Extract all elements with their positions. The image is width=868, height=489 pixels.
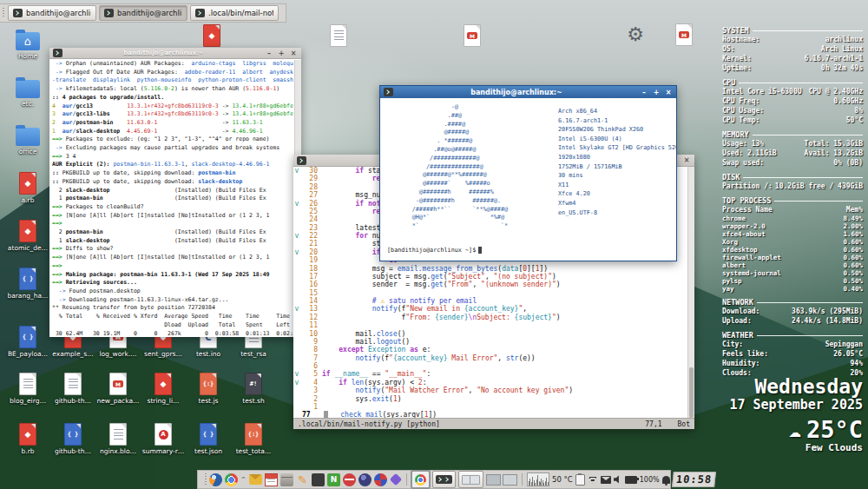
desktop-icon[interactable]: string_li… [141,373,186,405]
desktop-icon[interactable] [613,23,658,46]
desktop-icon[interactable] [450,24,495,47]
panel-grip[interactable] [205,473,207,486]
conky-section-title: CPU [722,78,863,87]
json-blue-icon [19,268,36,290]
desktop-icon[interactable]: test_tota… [231,423,276,455]
volume-icon[interactable] [614,475,622,484]
mail-icon[interactable] [249,474,262,485]
workspace-2[interactable] [503,474,517,486]
window-button-app-group[interactable] [458,471,483,488]
window-button-terminal-group[interactable] [432,471,456,488]
desktop-icon[interactable]: new_packa… [95,373,141,405]
ruby-icon [19,172,36,195]
desktop-icon[interactable]: github-th… [50,373,95,405]
desktop-icon[interactable]: office [5,124,50,155]
window-button-chrome[interactable] [411,471,430,488]
notification-bell-icon[interactable] [662,476,670,484]
statusline-ruler: 77,1 [645,420,661,428]
desktop-icon-label: nginx.blo… [100,447,136,455]
conky-row: xfdesktop0.60% [722,246,863,254]
minimize-button[interactable]: – [265,50,273,57]
terminal-window-neofetch[interactable]: bandithijo@archlinux:~ – + × -@ .##@ .##… [379,85,677,261]
calendar-icon[interactable] [265,473,278,486]
conky-row: wrapper-2.02.00% [722,222,863,230]
desktop-icon[interactable]: nginx.blo… [95,423,141,455]
conky-row: Intel Core i5-6300UCPU @ 2.40GHz [722,87,863,96]
desktop-icon[interactable]: b.rb [5,423,50,455]
desktop-icon[interactable]: test.sh [231,373,276,405]
desktop-icon[interactable]: test.json [186,423,231,455]
maximize-button[interactable]: + [652,89,661,96]
neofetch-info-list: Arch x86_646.16.7-arch1-120F5S0W206 Thin… [558,107,676,217]
window-list-label: .local/bin/mail-not… [208,9,273,17]
desktop-icon[interactable]: Home [5,29,50,60]
terminal-line: ==> Making package: postman-bin 11.63.3-… [52,271,293,280]
battery-icon[interactable] [625,476,637,484]
neofetch-info-line: 30 mins [558,171,676,181]
window-list-button[interactable]: .local/bin/mail-not… [190,5,279,21]
window-icon [470,475,480,485]
shell-prompt[interactable]: [bandithijo@archlinux ~]$ [387,247,482,254]
window-list-button[interactable]: bandithijo@archlinu… [8,5,96,21]
terminal-window-aur-update[interactable]: bandithijo@archlinux:~ – + × -> Orphan (… [49,48,301,337]
workspace-1[interactable] [486,474,501,486]
desktop-icon[interactable] [189,24,234,47]
desktop-icon[interactable] [316,24,361,47]
close-button[interactable]: × [289,50,298,57]
mail-tray-icon[interactable] [601,476,611,484]
window-list-buttons: bandithijo@archlinu…bandithijo@archlinu…… [8,5,279,21]
rocket-launcher-icon[interactable] [390,473,402,486]
desktop-icon[interactable]: etc. [5,76,50,108]
desktop-icon[interactable]: blog_eirg… [5,373,50,405]
close-button[interactable]: × [682,156,691,164]
terminal-icon[interactable] [312,473,325,486]
globe-browser-icon[interactable] [358,473,372,486]
maximize-button[interactable]: + [277,50,286,57]
vim-code-line: v4 if len(sys.argv) < 2: [293,379,687,387]
pinwheel-icon[interactable] [374,473,387,486]
vim-code-line: 2 sys.exit(1) [293,395,687,403]
vim-code-line: v13 notify(f"New email in {account_key}"… [293,305,687,313]
terminal-line: 1 aur/slack-desktop 4.45.69-1 -> 4.46.96… [52,128,293,136]
desktop-icon[interactable]: barang_ha… [5,268,50,300]
terminal-line: -> kfilemetadata5: local (5.116.0-2) is … [52,85,293,94]
close-button[interactable]: × [664,89,673,96]
terminal-line: ==> [N]one [A]ll [Ab]ort [I]nstalled [No… [52,254,293,262]
wifi-icon[interactable] [588,476,598,484]
desktop-icon[interactable]: a.rb [5,172,50,204]
conky-section: DISKPartition /:10.2GiB free / 439GiB [722,173,863,191]
titlebar[interactable]: bandithijo@archlinux:~ – + × [380,86,676,98]
top-panel-window-list: bandithijo@archlinu…bandithijo@archlinu…… [0,3,286,23]
conky-row: Used: 2.11GiBAvail: 13.2GiB [722,149,863,158]
desktop-icon[interactable]: summary-r… [141,423,186,455]
desktop-icon-label: example_s… [52,350,93,358]
conky-row: yay0.40% [722,285,863,293]
ruby-icon [155,373,172,395]
titlebar[interactable]: bandithijo@archlinux:~ – + × [49,48,301,59]
window-list-button[interactable]: bandithijo@archlinu… [99,5,187,21]
scrollbar[interactable] [687,167,694,419]
chrome-icon[interactable] [225,473,238,486]
chrome-menu-caret-icon[interactable]: ^ [240,473,247,486]
panel-clock[interactable]: 10:58 [672,472,716,487]
terminal-output[interactable]: -> Orphan (unmaintained) AUR Packages: a… [52,60,293,335]
pencil-notes-icon[interactable]: ✎ [296,473,309,486]
desktop-icon[interactable]: atomic_de… [5,220,50,252]
do-not-disturb-icon[interactable] [343,473,356,486]
desktop-icon[interactable]: test.js [186,373,231,405]
scrollbar-thumb[interactable] [689,367,694,418]
archive-icon[interactable] [280,473,293,486]
vim-code-line: 15 [293,289,687,297]
minimize-button[interactable]: – [640,89,648,96]
desktop-icon[interactable]: BE_payloa… [5,326,50,358]
neovim-icon[interactable]: N [327,473,340,486]
desktop-icon[interactable] [661,23,707,46]
vim-code-line: 17 subject = msg.get("Subject", "(no sub… [293,273,687,281]
desktop-icon[interactable]: github-th… [50,423,95,455]
terminal-output[interactable]: -@ .##@ .####@ @#####@ . *######@ .##@o@… [380,98,676,261]
markdown-icon [675,23,693,46]
firefox-icon[interactable] [209,473,222,486]
markdown-icon [109,373,127,395]
terminal-line: ==> Diffs to show? [52,245,293,254]
clipboard-icon[interactable] [575,474,585,486]
